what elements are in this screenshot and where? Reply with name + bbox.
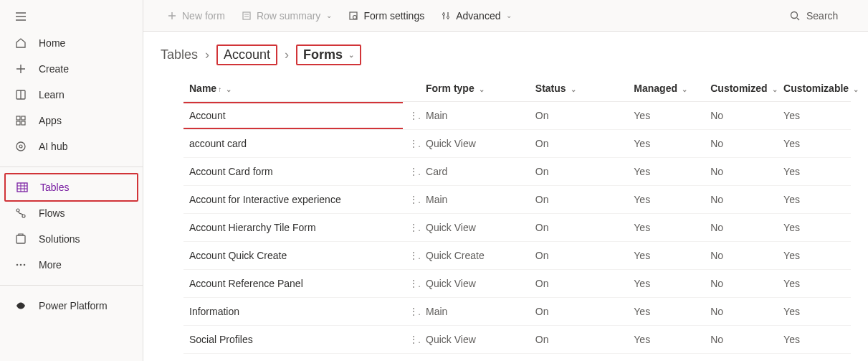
col-header-status[interactable]: Status⌄ <box>530 75 629 102</box>
sidebar-item-more[interactable]: More <box>0 252 143 278</box>
row-menu-button[interactable]: ⋮ <box>403 186 420 214</box>
search-box[interactable]: Search <box>782 6 861 26</box>
svg-point-16 <box>353 15 357 19</box>
cell-status: On <box>530 158 629 186</box>
cell-name[interactable]: Account Reference Panel <box>183 270 403 298</box>
row-menu-button[interactable]: ⋮ <box>403 242 420 270</box>
row-menu-button[interactable]: ⋮ <box>403 158 420 186</box>
home-icon <box>14 37 27 50</box>
hamburger-icon[interactable] <box>14 10 27 23</box>
advanced-button[interactable]: Advanced ⌄ <box>434 6 518 26</box>
aihub-icon <box>14 140 27 153</box>
sidebar-item-learn[interactable]: Learn <box>0 82 143 108</box>
row-menu-button[interactable]: ⋮ <box>403 298 420 326</box>
table-row[interactable]: Account Card form⋮CardOnYesNoYes <box>183 158 851 186</box>
cell-customized: No <box>705 298 778 326</box>
cell-status: On <box>530 242 629 270</box>
apps-icon <box>14 114 27 127</box>
chevron-down-icon: ⌄ <box>506 11 512 19</box>
sidebar-item-powerplatform[interactable]: Power Platform <box>0 293 143 319</box>
svg-rect-3 <box>16 121 20 125</box>
svg-point-12 <box>20 264 22 266</box>
col-header-formtype[interactable]: Form type⌄ <box>420 75 530 102</box>
solutions-icon <box>14 233 27 245</box>
command-bar: New form Row summary ⌄ Form settings Adv… <box>143 0 868 32</box>
col-header-managed[interactable]: Managed⌄ <box>628 75 705 102</box>
cell-name[interactable]: Information <box>183 298 403 326</box>
powerplatform-icon <box>14 299 27 312</box>
divider <box>0 167 143 167</box>
cell-customizable: Yes <box>778 326 851 354</box>
table-row[interactable]: Account Quick Create⋮Quick CreateOnYesNo… <box>183 242 851 270</box>
chevron-right-icon: › <box>285 47 289 62</box>
cell-managed: Yes <box>628 158 705 186</box>
col-header-customizable[interactable]: Customizable⌄ <box>778 75 851 102</box>
cell-managed: Yes <box>628 102 705 130</box>
cell-formtype: Main <box>420 186 530 214</box>
svg-point-5 <box>16 142 25 151</box>
cell-customizable: Yes <box>778 130 851 158</box>
svg-point-11 <box>16 264 19 266</box>
cell-name[interactable]: Account Card form <box>183 158 403 186</box>
breadcrumb-account[interactable]: Account <box>216 44 277 65</box>
row-menu-button[interactable]: ⋮ <box>403 102 420 130</box>
sidebar-item-home[interactable]: Home <box>0 30 143 56</box>
table-row[interactable]: Account⋮MainOnYesNoYes <box>183 102 851 130</box>
sidebar-item-apps[interactable]: Apps <box>0 108 143 133</box>
breadcrumb: Tables › Account › Forms ⌄ <box>143 32 868 75</box>
formsettings-icon <box>348 10 359 22</box>
cell-formtype: Quick View <box>420 214 530 242</box>
table-row[interactable]: Information⋮MainOnYesNoYes <box>183 298 851 326</box>
col-header-name[interactable]: Name↑⌄ <box>183 75 403 102</box>
svg-rect-1 <box>16 116 20 120</box>
cell-name[interactable]: Social Profiles <box>183 326 403 354</box>
table-row[interactable]: Social Profiles⋮Quick ViewOnYesNoYes <box>183 326 851 354</box>
sidebar-item-solutions[interactable]: Solutions <box>0 226 143 252</box>
cell-name[interactable]: Account <box>183 102 403 130</box>
chevron-down-icon: ⌄ <box>772 85 778 93</box>
cell-customizable: Yes <box>778 102 851 130</box>
sidebar-item-label: Solutions <box>39 233 80 245</box>
row-summary-button[interactable]: Row summary ⌄ <box>235 6 338 26</box>
row-menu-button[interactable]: ⋮ <box>403 130 420 158</box>
new-form-button[interactable]: New form <box>161 6 231 26</box>
row-menu-button[interactable]: ⋮ <box>403 270 420 298</box>
sidebar-item-aihub[interactable]: AI hub <box>0 133 143 159</box>
sidebar-item-tables[interactable]: Tables <box>14 174 137 200</box>
plus-icon <box>14 62 27 75</box>
cell-name[interactable]: Account Hierarchy Tile Form <box>183 214 403 242</box>
cell-managed: Yes <box>628 270 705 298</box>
tables-icon <box>16 181 29 194</box>
form-settings-button[interactable]: Form settings <box>342 6 430 26</box>
svg-rect-14 <box>243 12 250 19</box>
chevron-down-icon: ⌄ <box>682 85 687 93</box>
cell-name[interactable]: account card <box>183 130 403 158</box>
table-row[interactable]: Account Hierarchy Tile Form⋮Quick ViewOn… <box>183 214 851 242</box>
cell-name[interactable]: Account for Interactive experience <box>183 186 403 214</box>
breadcrumb-root[interactable]: Tables <box>161 47 198 62</box>
table-row[interactable]: account card⋮Quick ViewOnYesNoYes <box>183 130 851 158</box>
cell-customized: No <box>705 158 778 186</box>
breadcrumb-forms[interactable]: Forms ⌄ <box>296 44 361 65</box>
cell-formtype: Main <box>420 102 530 130</box>
sidebar-item-create[interactable]: Create <box>0 56 143 82</box>
cell-name[interactable]: Account Quick Create <box>183 242 403 270</box>
main-area: New form Row summary ⌄ Form settings Adv… <box>143 0 868 361</box>
chevron-down-icon: ⌄ <box>479 85 485 93</box>
sidebar-item-flows[interactable]: Flows <box>0 200 143 226</box>
svg-point-6 <box>19 145 22 148</box>
cell-formtype: Quick View <box>420 270 530 298</box>
sidebar-item-label: Apps <box>39 115 62 126</box>
col-header-customized[interactable]: Customized⌄ <box>705 75 778 102</box>
table-row[interactable]: Account for Interactive experience⋮MainO… <box>183 186 851 214</box>
cell-customized: No <box>705 214 778 242</box>
cell-formtype: Main <box>420 298 530 326</box>
table-row[interactable]: Account Reference Panel⋮Quick ViewOnYesN… <box>183 270 851 298</box>
cell-customized: No <box>705 102 778 130</box>
cell-status: On <box>530 270 629 298</box>
cell-customizable: Yes <box>778 186 851 214</box>
row-menu-button[interactable]: ⋮ <box>403 214 420 242</box>
row-menu-button[interactable]: ⋮ <box>403 326 420 354</box>
chevron-down-icon: ⌄ <box>226 85 232 93</box>
cell-customizable: Yes <box>778 214 851 242</box>
